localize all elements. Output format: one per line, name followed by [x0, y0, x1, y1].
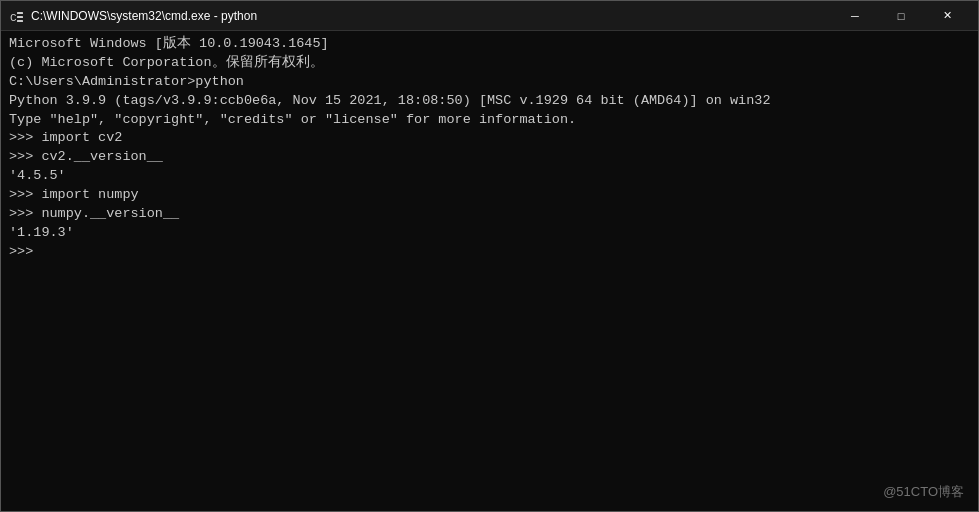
window-title: C:\WINDOWS\system32\cmd.exe - python — [31, 9, 257, 23]
title-bar: C C:\WINDOWS\system32\cmd.exe - python ─… — [1, 1, 978, 31]
title-bar-left: C C:\WINDOWS\system32\cmd.exe - python — [9, 8, 257, 24]
terminal-line: >>> numpy.__version__ — [9, 205, 970, 224]
terminal-line: Python 3.9.9 (tags/v3.9.9:ccb0e6a, Nov 1… — [9, 92, 970, 111]
close-button[interactable]: ✕ — [924, 1, 970, 31]
svg-rect-3 — [17, 16, 23, 18]
terminal-line: >>> import numpy — [9, 186, 970, 205]
terminal-line: C:\Users\Administrator>python — [9, 73, 970, 92]
window-controls: ─ □ ✕ — [832, 1, 970, 31]
minimize-button[interactable]: ─ — [832, 1, 878, 31]
cmd-icon: C — [9, 8, 25, 24]
svg-text:C: C — [10, 12, 17, 24]
svg-rect-2 — [17, 12, 23, 14]
terminal-line: '4.5.5' — [9, 167, 970, 186]
watermark: @51CTO博客 — [883, 483, 964, 501]
svg-rect-4 — [17, 20, 23, 22]
terminal-output: Microsoft Windows [版本 10.0.19043.1645](c… — [9, 35, 970, 262]
terminal-line: >>> import cv2 — [9, 129, 970, 148]
terminal-line: Type "help", "copyright", "credits" or "… — [9, 111, 970, 130]
terminal-body[interactable]: Microsoft Windows [版本 10.0.19043.1645](c… — [1, 31, 978, 511]
terminal-line: '1.19.3' — [9, 224, 970, 243]
terminal-line: >>> cv2.__version__ — [9, 148, 970, 167]
terminal-line: Microsoft Windows [版本 10.0.19043.1645] — [9, 35, 970, 54]
terminal-line: (c) Microsoft Corporation。保留所有权利。 — [9, 54, 970, 73]
cmd-window: C C:\WINDOWS\system32\cmd.exe - python ─… — [0, 0, 979, 512]
maximize-button[interactable]: □ — [878, 1, 924, 31]
terminal-line: >>> — [9, 243, 970, 262]
